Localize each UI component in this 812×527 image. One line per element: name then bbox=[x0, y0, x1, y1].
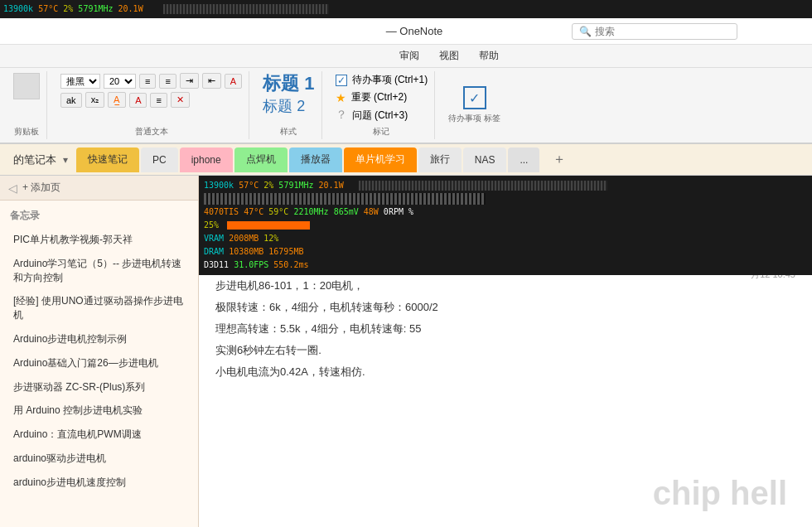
ak-btn[interactable]: ak bbox=[60, 93, 82, 108]
clear-btn[interactable]: ✕ bbox=[171, 92, 190, 108]
menu-bar: 审阅 视图 帮助 bbox=[0, 45, 812, 68]
cpu-graph bbox=[163, 4, 329, 14]
list-item[interactable]: Arduino基础入门篇26—步进电机 bbox=[0, 351, 198, 375]
tab-lvyou[interactable]: 旅行 bbox=[418, 147, 462, 172]
important-label: 重要 (Ctrl+2) bbox=[351, 90, 408, 104]
sysmon-overlay-line6: DRAM 10380MB 16795MB bbox=[204, 245, 807, 259]
list2-btn[interactable]: ≡ bbox=[159, 74, 176, 89]
font-size-select[interactable]: 20 bbox=[104, 74, 136, 89]
notebook-title: 的笔记本 bbox=[7, 152, 63, 167]
list-item[interactable]: PIC单片机教学视频-郭天祥 bbox=[0, 228, 198, 252]
sysmon-overlay-line4: 25% bbox=[204, 219, 807, 232]
content-para-4: 实测6秒钟左右转一圈. bbox=[215, 340, 795, 361]
notebook-tabs: 的笔记本 ▾ 快速笔记 PC iphone 点焊机 播放器 单片机学习 旅行 N… bbox=[0, 144, 812, 176]
cpu-pct: 2% bbox=[63, 4, 73, 13]
indent-btn[interactable]: ⇥ bbox=[180, 73, 199, 89]
outdent-btn[interactable]: ⇤ bbox=[202, 73, 221, 89]
heading1-style[interactable]: 标题 1 bbox=[263, 73, 314, 94]
sysmon-overlay-line1: 13900k 57°C 2% 5791MHz 20.1W bbox=[204, 179, 807, 192]
tag-question[interactable]: ？ 问题 (Ctrl+3) bbox=[336, 108, 428, 123]
sidebar: ◁ + 添加页 备忘录 PIC单片机教学视频-郭天祥 Arduino学习笔记（5… bbox=[0, 176, 199, 527]
styles-label: 样式 bbox=[263, 126, 314, 138]
main-area: ◁ + 添加页 备忘录 PIC单片机教学视频-郭天祥 Arduino学习笔记（5… bbox=[0, 176, 812, 527]
sysmon-overlay-line7: D3D11 31.0FPS 550.2ms bbox=[204, 259, 807, 272]
menu-help[interactable]: 帮助 bbox=[469, 46, 509, 66]
content-para-2: 极限转速：6k，4细分，电机转速每秒：6000/2 bbox=[215, 297, 795, 318]
tag-important[interactable]: ★ 重要 (Ctrl+2) bbox=[336, 90, 428, 104]
tag-icon[interactable]: ✓ bbox=[463, 86, 486, 109]
title-bar: — OneNote 🔍 bbox=[0, 18, 812, 45]
question-icon: ？ bbox=[336, 108, 347, 123]
menu-review[interactable]: 审阅 bbox=[389, 46, 429, 66]
content-para-5: 小电机电流为0.42A，转速相仿. bbox=[215, 361, 795, 383]
list-item[interactable]: arduino驱动步进电机 bbox=[0, 447, 198, 471]
list-item[interactable]: Arduino：直流电机PWM调速 bbox=[0, 423, 198, 447]
clipboard-label: 剪贴板 bbox=[13, 126, 40, 138]
tab-iphone[interactable]: iphone bbox=[180, 147, 233, 172]
content-body: 步进电机86-101，1：20电机， 极限转速：6k，4细分，电机转速每秒：60… bbox=[199, 267, 812, 391]
tag-icon-area: ✓ 待办事项 标签 bbox=[442, 71, 507, 139]
search-input[interactable] bbox=[595, 26, 730, 37]
tab-kuaisu[interactable]: 快速笔记 bbox=[76, 147, 139, 172]
tab-nas[interactable]: NAS bbox=[463, 147, 507, 172]
menu-view[interactable]: 视图 bbox=[429, 46, 469, 66]
clipboard-icon bbox=[13, 73, 40, 99]
sysmon-overlay-line5: VRAM 2008MB 12% bbox=[204, 232, 807, 245]
cpu-freq: 5791MHz bbox=[78, 4, 113, 13]
text-format-section: 推黑 20 ≡ ≡ ⇥ ⇤ A ak x₂ A̲ A ≡ ✕ 普通文本 bbox=[54, 71, 249, 139]
format-btn[interactable]: A bbox=[225, 74, 242, 89]
todo-checkbox[interactable]: ✓ bbox=[336, 75, 347, 86]
list-item[interactable]: Arduino步进电机控制示例 bbox=[0, 327, 198, 351]
tags-section: ✓ 待办事项 (Ctrl+1) ★ 重要 (Ctrl+2) ？ 问题 (Ctrl… bbox=[329, 71, 436, 139]
add-tab-button[interactable]: ＋ bbox=[541, 147, 578, 172]
content-para-3: 理想高转速：5.5k，4细分，电机转速每: 55 bbox=[215, 318, 795, 340]
sysmon-overlay-line2 bbox=[204, 192, 807, 205]
heading2-style[interactable]: 标题 2 bbox=[263, 98, 314, 116]
list-item[interactable]: Arduino学习笔记（5）-- 步进电机转速和方向控制 bbox=[0, 252, 198, 290]
search-box[interactable]: 🔍 bbox=[572, 23, 737, 40]
toolbar: 剪贴板 推黑 20 ≡ ≡ ⇥ ⇤ A ak x₂ A̲ A ≡ ✕ 普通文本 … bbox=[0, 68, 812, 144]
text-format-label: 普通文本 bbox=[60, 126, 242, 138]
tags-sublabel: 待办事项 标签 bbox=[448, 113, 500, 124]
tab-pc[interactable]: PC bbox=[141, 147, 178, 172]
clipboard-section: 剪贴板 bbox=[7, 71, 47, 139]
tab-bofangqi[interactable]: 播放器 bbox=[289, 147, 342, 172]
sysmon-overlay-line3: 4070TIS 47°C 59°C 2210MHz 865mV 48W 0RPM… bbox=[204, 205, 807, 219]
star-icon: ★ bbox=[336, 91, 346, 104]
subscript-btn[interactable]: x₂ bbox=[85, 92, 105, 108]
app-title: — OneNote bbox=[257, 25, 572, 37]
add-page-button[interactable]: + 添加页 bbox=[22, 181, 60, 195]
watermark: chip hell bbox=[653, 475, 787, 512]
search-icon: 🔍 bbox=[579, 26, 592, 37]
align-btn[interactable]: ≡ bbox=[150, 93, 167, 108]
sysmon-top-bar: 13900k 57°C 2% 5791MHz 20.1W bbox=[0, 0, 812, 18]
tag-todo[interactable]: ✓ 待办事项 (Ctrl+1) bbox=[336, 73, 428, 87]
temp-val: 57°C bbox=[38, 4, 58, 13]
content-area: 13900k 57°C 2% 5791MHz 20.1W 4070TIS bbox=[199, 176, 812, 527]
tab-more[interactable]: ... bbox=[508, 147, 539, 172]
sidebar-header: ◁ + 添加页 bbox=[0, 176, 198, 201]
styles-section: 标题 1 标题 2 样式 bbox=[256, 71, 321, 139]
sysmon-overlay: 13900k 57°C 2% 5791MHz 20.1W 4070TIS bbox=[199, 176, 812, 275]
fontcolor-btn[interactable]: A bbox=[129, 93, 147, 108]
tab-danpian[interactable]: 单片机学习 bbox=[344, 147, 417, 172]
tab-dianhanjie[interactable]: 点焊机 bbox=[234, 147, 288, 172]
list-item[interactable]: 步进驱动器 ZC-SR-(Plus)系列 bbox=[0, 375, 198, 399]
list-item[interactable]: arduino步进电机速度控制 bbox=[0, 471, 198, 495]
tags-label: 标记 bbox=[336, 126, 428, 138]
cpu-power: 20.1W bbox=[118, 4, 143, 13]
list-item[interactable]: 用 Arduino 控制步进电机实验 bbox=[0, 399, 198, 423]
question-label: 问题 (Ctrl+3) bbox=[352, 109, 408, 123]
todo-label: 待办事项 (Ctrl+1) bbox=[352, 73, 428, 87]
list-btn[interactable]: ≡ bbox=[139, 74, 156, 89]
sidebar-section-label: 备忘录 bbox=[0, 204, 198, 228]
cpu-label: 13900k bbox=[3, 4, 33, 13]
sidebar-list: 备忘录 PIC单片机教学视频-郭天祥 Arduino学习笔记（5）-- 步进电机… bbox=[0, 201, 198, 527]
list-item[interactable]: [经验] 使用UNO通过驱动器操作步进电机 bbox=[0, 289, 198, 327]
font-select[interactable]: 推黑 bbox=[60, 74, 100, 89]
notebook-dropdown-icon[interactable]: ▾ bbox=[63, 154, 68, 166]
sidebar-collapse-icon[interactable]: ◁ bbox=[8, 181, 17, 195]
highlight-btn[interactable]: A̲ bbox=[108, 92, 126, 108]
sysmon-line1: 13900k 57°C 2% 5791MHz 20.1W bbox=[3, 2, 329, 16]
content-para-1: 步进电机86-101，1：20电机， bbox=[215, 275, 795, 297]
